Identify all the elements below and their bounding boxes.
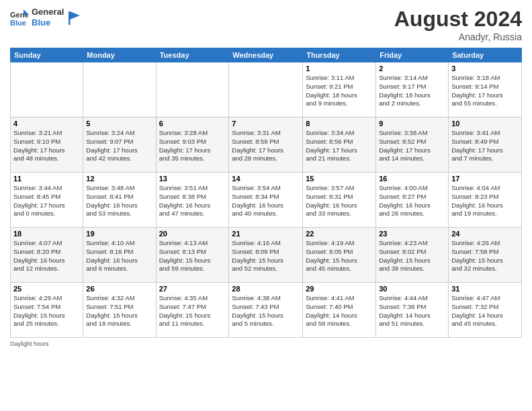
day-info: Sunrise: 3:18 AM Sunset: 9:14 PM Dayligh… [451,74,519,108]
day-info: Sunrise: 3:57 AM Sunset: 8:31 PM Dayligh… [306,184,373,218]
day-cell: 20Sunrise: 4:13 AM Sunset: 8:13 PM Dayli… [156,228,229,283]
day-info: Sunrise: 3:21 AM Sunset: 9:10 PM Dayligh… [13,129,80,163]
day-cell: 18Sunrise: 4:07 AM Sunset: 8:20 PM Dayli… [11,228,83,283]
day-info: Sunrise: 4:41 AM Sunset: 7:40 PM Dayligh… [306,294,373,328]
day-info: Sunrise: 4:38 AM Sunset: 7:43 PM Dayligh… [232,294,300,328]
logo: General Blue General Blue [10,7,81,28]
day-number: 26 [86,285,152,293]
day-info: Sunrise: 3:48 AM Sunset: 8:41 PM Dayligh… [86,184,152,218]
logo-text-general: General [32,7,64,17]
day-info: Sunrise: 3:34 AM Sunset: 8:56 PM Dayligh… [306,129,373,163]
day-number: 25 [13,285,80,293]
day-number: 31 [451,285,519,293]
day-info: Sunrise: 4:13 AM Sunset: 8:13 PM Dayligh… [159,239,226,273]
day-cell: 30Sunrise: 4:44 AM Sunset: 7:36 PM Dayli… [376,283,449,338]
calendar-table: SundayMondayTuesdayWednesdayThursdayFrid… [10,48,522,338]
day-number: 1 [306,64,373,73]
day-info: Sunrise: 4:32 AM Sunset: 7:51 PM Dayligh… [86,294,152,328]
day-cell: 14Sunrise: 3:54 AM Sunset: 8:34 PM Dayli… [229,173,303,228]
day-info: Sunrise: 3:51 AM Sunset: 8:38 PM Dayligh… [159,184,226,218]
day-cell: 15Sunrise: 3:57 AM Sunset: 8:31 PM Dayli… [303,173,376,228]
day-cell: 22Sunrise: 4:19 AM Sunset: 8:05 PM Dayli… [303,228,376,283]
page-header: General Blue General Blue August 2024 An… [10,7,522,42]
day-number: 7 [232,120,300,128]
weekday-header-thursday: Thursday [303,48,376,62]
day-info: Sunrise: 4:47 AM Sunset: 7:32 PM Dayligh… [451,294,519,328]
day-number: 19 [86,230,152,238]
day-cell: 5Sunrise: 3:24 AM Sunset: 9:07 PM Daylig… [83,118,156,173]
weekday-header-row: SundayMondayTuesdayWednesdayThursdayFrid… [11,48,522,62]
day-info: Sunrise: 4:10 AM Sunset: 8:16 PM Dayligh… [86,239,152,273]
day-cell [11,62,83,118]
day-cell: 12Sunrise: 3:48 AM Sunset: 8:41 PM Dayli… [83,173,156,228]
day-cell: 9Sunrise: 3:38 AM Sunset: 8:52 PM Daylig… [376,118,449,173]
day-number: 17 [451,175,519,183]
day-info: Sunrise: 4:26 AM Sunset: 7:58 PM Dayligh… [451,239,519,273]
weekday-header-wednesday: Wednesday [229,48,303,62]
day-number: 20 [159,230,226,238]
day-cell: 1Sunrise: 3:11 AM Sunset: 9:21 PM Daylig… [303,62,376,118]
day-cell: 29Sunrise: 4:41 AM Sunset: 7:40 PM Dayli… [303,283,376,338]
day-info: Sunrise: 3:38 AM Sunset: 8:52 PM Dayligh… [379,129,445,163]
day-cell: 23Sunrise: 4:23 AM Sunset: 8:02 PM Dayli… [376,228,449,283]
day-cell: 28Sunrise: 4:38 AM Sunset: 7:43 PM Dayli… [229,283,303,338]
day-number: 23 [379,230,445,238]
logo-flag-icon [66,10,81,25]
day-info: Sunrise: 4:04 AM Sunset: 8:23 PM Dayligh… [451,184,519,218]
day-number: 12 [86,175,152,183]
weekday-header-saturday: Saturday [449,48,522,62]
day-info: Sunrise: 4:44 AM Sunset: 7:36 PM Dayligh… [379,294,445,328]
day-cell: 26Sunrise: 4:32 AM Sunset: 7:51 PM Dayli… [83,283,156,338]
day-number: 11 [13,175,80,183]
day-cell: 21Sunrise: 4:16 AM Sunset: 8:09 PM Dayli… [229,228,303,283]
week-row-5: 25Sunrise: 4:29 AM Sunset: 7:54 PM Dayli… [11,283,522,338]
day-number: 3 [451,64,519,73]
day-number: 16 [379,175,445,183]
day-number: 28 [232,285,300,293]
title-block: August 2024 Anadyr, Russia [394,7,522,42]
day-number: 24 [451,230,519,238]
day-info: Sunrise: 3:28 AM Sunset: 9:03 PM Dayligh… [159,129,226,163]
day-cell [83,62,156,118]
week-row-2: 4Sunrise: 3:21 AM Sunset: 9:10 PM Daylig… [11,118,522,173]
day-cell: 4Sunrise: 3:21 AM Sunset: 9:10 PM Daylig… [11,118,83,173]
day-cell: 16Sunrise: 4:00 AM Sunset: 8:27 PM Dayli… [376,173,449,228]
day-number: 10 [451,120,519,128]
week-row-3: 11Sunrise: 3:44 AM Sunset: 8:45 PM Dayli… [11,173,522,228]
weekday-header-friday: Friday [376,48,449,62]
day-cell: 31Sunrise: 4:47 AM Sunset: 7:32 PM Dayli… [449,283,522,338]
day-number: 27 [159,285,226,293]
day-number: 5 [86,120,152,128]
footer-daylight-label: Daylight hours [10,340,522,347]
day-cell: 24Sunrise: 4:26 AM Sunset: 7:58 PM Dayli… [449,228,522,283]
day-cell: 17Sunrise: 4:04 AM Sunset: 8:23 PM Dayli… [449,173,522,228]
weekday-header-tuesday: Tuesday [156,48,229,62]
weekday-header-sunday: Sunday [11,48,83,62]
day-number: 4 [13,120,80,128]
day-cell: 7Sunrise: 3:31 AM Sunset: 8:59 PM Daylig… [229,118,303,173]
svg-marker-3 [70,11,80,19]
weekday-header-monday: Monday [83,48,156,62]
day-info: Sunrise: 4:16 AM Sunset: 8:09 PM Dayligh… [232,239,300,273]
day-cell: 10Sunrise: 3:41 AM Sunset: 8:49 PM Dayli… [449,118,522,173]
day-info: Sunrise: 4:07 AM Sunset: 8:20 PM Dayligh… [13,239,80,273]
day-cell: 19Sunrise: 4:10 AM Sunset: 8:16 PM Dayli… [83,228,156,283]
day-number: 14 [232,175,300,183]
logo-text-blue: Blue [32,17,64,28]
day-number: 29 [306,285,373,293]
day-number: 8 [306,120,373,128]
day-number: 9 [379,120,445,128]
day-info: Sunrise: 4:00 AM Sunset: 8:27 PM Dayligh… [379,184,445,218]
day-number: 15 [306,175,373,183]
day-number: 2 [379,64,445,73]
day-cell [229,62,303,118]
day-cell: 6Sunrise: 3:28 AM Sunset: 9:03 PM Daylig… [156,118,229,173]
day-cell: 27Sunrise: 4:35 AM Sunset: 7:47 PM Dayli… [156,283,229,338]
month-title: August 2024 [394,7,522,32]
svg-rect-4 [69,11,71,25]
day-info: Sunrise: 3:44 AM Sunset: 8:45 PM Dayligh… [13,184,80,218]
day-info: Sunrise: 3:31 AM Sunset: 8:59 PM Dayligh… [232,129,300,163]
day-number: 6 [159,120,226,128]
day-cell: 3Sunrise: 3:18 AM Sunset: 9:14 PM Daylig… [449,62,522,118]
day-cell: 13Sunrise: 3:51 AM Sunset: 8:38 PM Dayli… [156,173,229,228]
